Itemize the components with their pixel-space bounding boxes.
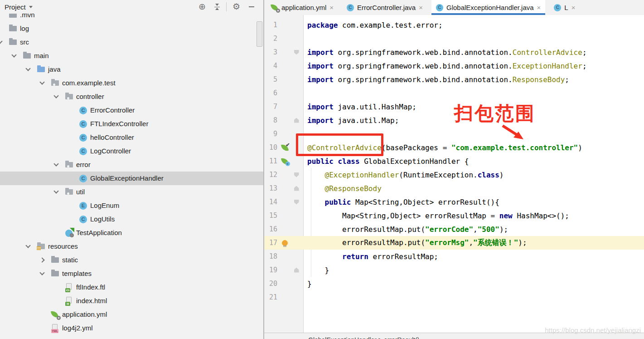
project-tree: .mvnlogsrcmainjavacom.example.testcontro… [0, 0, 263, 339]
folder-icon [51, 270, 59, 278]
close-icon[interactable]: × [537, 4, 541, 11]
tab-l[interactable]: CL× [549, 0, 580, 15]
chevron-down-icon[interactable] [0, 39, 3, 44]
code-line[interactable]: 4import org.springframework.web.bind.ann… [264, 59, 644, 73]
tree-item-logenum[interactable]: ELogEnum [0, 199, 263, 212]
code-line[interactable]: 13 @ResponseBody [264, 182, 644, 195]
hide-panel-icon[interactable] [249, 6, 254, 7]
tab-application-yml[interactable]: application.yml× [266, 0, 338, 15]
locate-file-icon[interactable]: ⊕ [199, 0, 206, 14]
code-line[interactable]: 5import org.springframework.web.bind.ann… [264, 73, 644, 86]
tree-item-com-example-test[interactable]: com.example.test [0, 76, 263, 90]
tree-item-log4j2-yml[interactable]: YMLlog4j2.yml [0, 321, 263, 335]
code-line[interactable]: 12 @ExceptionHandler(RuntimeException.cl… [264, 168, 644, 182]
breadcrumb[interactable]: GlobalExceptionHandler > errorResult() [308, 336, 420, 339]
tree-item-logcontroller[interactable]: CLogController [0, 144, 263, 158]
tree-item-util[interactable]: util [0, 185, 263, 199]
gutter-icon-slot [277, 182, 292, 195]
chevron-down-icon [29, 6, 33, 8]
tree-item-static[interactable]: static [0, 253, 263, 267]
chevron-down-icon[interactable] [25, 66, 30, 71]
tree-item-label: FTLIndexController [90, 117, 148, 131]
folder-icon [23, 52, 31, 60]
tree-item-main[interactable]: main [0, 49, 263, 63]
code-line[interactable]: 11cpublic class GlobalExceptionHandler { [264, 154, 644, 168]
fold-marker-icon[interactable] [294, 118, 299, 123]
tree-item-resources[interactable]: resources [0, 240, 263, 253]
tree-item-label: LogController [90, 144, 131, 158]
chevron-down-icon[interactable] [11, 52, 16, 57]
close-icon[interactable]: × [571, 4, 576, 11]
collapse-all-icon[interactable] [214, 4, 220, 10]
chevron-down-icon[interactable] [53, 161, 58, 166]
project-panel: .mvnlogsrcmainjavacom.example.testcontro… [0, 0, 263, 339]
tree-item-controller[interactable]: controller [0, 90, 263, 103]
chevron-down-icon[interactable] [53, 93, 58, 98]
code-editor[interactable]: 1package com.example.test.error;23import… [264, 15, 644, 339]
code-line[interactable]: 15 Map<String,Object> errorResultMap = n… [264, 209, 644, 222]
fold-slot [292, 168, 300, 182]
gutter-icon-slot [277, 113, 292, 127]
close-icon[interactable]: × [329, 4, 334, 11]
fold-marker-icon[interactable] [294, 186, 299, 191]
tab-bar: application.yml×CErrorController.java×CG… [264, 0, 644, 15]
spring-bean-icon[interactable]: ✔ [281, 144, 289, 151]
code-line[interactable]: 6 [264, 86, 644, 100]
fold-marker-icon[interactable] [294, 200, 299, 205]
tree-item-testapplication[interactable]: TestApplication [0, 226, 263, 240]
fold-marker-icon[interactable] [294, 268, 299, 273]
chevron-down-icon[interactable] [39, 270, 44, 275]
intention-bulb-icon[interactable] [282, 240, 288, 246]
fold-marker-icon[interactable] [294, 50, 299, 55]
tree-item-errorcontroller[interactable]: CErrorController [0, 103, 263, 117]
class-icon: C [554, 4, 562, 11]
code-line[interactable]: 20} [264, 277, 644, 290]
tree-item-label: log4j2.yml [62, 321, 93, 335]
fold-marker-icon[interactable] [294, 172, 299, 177]
code-line[interactable]: 17 errorResultMap.put("errorMsg","系统错误！"… [264, 236, 644, 250]
tree-item-hellocontroller[interactable]: ChelloController [0, 131, 263, 144]
code-text: errorResultMap.put("errorCode","500"); [300, 225, 644, 234]
code-text: } [300, 266, 644, 275]
tree-item-application-yml[interactable]: application.yml [0, 308, 263, 321]
tree-item-index-html[interactable]: Hindex.html [0, 294, 263, 308]
tab-errorcontroller-java[interactable]: CErrorController.java× [342, 0, 427, 15]
project-toolbar: Project ⊕ ⚙ [0, 0, 263, 14]
tree-item-templates[interactable]: templates [0, 267, 263, 280]
tree-item-log[interactable]: log [0, 22, 263, 35]
tree-item-ftlindexcontroller[interactable]: CFTLIndexController [0, 117, 263, 131]
line-number: 16 [264, 225, 277, 233]
tree-item-error[interactable]: error [0, 158, 263, 172]
tree-scrollbar-thumb[interactable] [257, 21, 262, 47]
tree-item-src[interactable]: src [0, 35, 263, 49]
tab-label: ErrorController.java [357, 4, 416, 11]
tree-item-globalexceptionhandler[interactable]: CGlobalExceptionHandler [0, 172, 263, 185]
chevron-down-icon[interactable] [53, 188, 58, 193]
spring-class-icon[interactable]: c [281, 157, 289, 165]
gutter-icon-slot [277, 236, 292, 250]
tree-item-java[interactable]: java [0, 63, 263, 76]
code-line[interactable]: 3import org.springframework.web.bind.ann… [264, 45, 644, 59]
tree-item-label: TestApplication [76, 226, 122, 240]
code-line[interactable]: 14 public Map<String,Object> errorResult… [264, 195, 644, 209]
gear-icon[interactable]: ⚙ [232, 0, 240, 14]
chevron-right-icon[interactable] [39, 257, 44, 262]
tab-globalexceptionhandler-java[interactable]: CGlobalExceptionHandler.java× [431, 0, 545, 15]
line-number: 9 [264, 130, 277, 138]
code-line[interactable]: 19 } [264, 263, 644, 277]
code-line[interactable]: 18 return errorResultMap; [264, 250, 644, 263]
folder-icon [9, 25, 17, 33]
gutter-icon-slot [277, 127, 292, 141]
code-line[interactable]: 2 [264, 32, 644, 45]
fold-slot [292, 45, 300, 59]
chevron-down-icon[interactable] [39, 79, 44, 84]
code-line[interactable]: 1package com.example.test.error; [264, 18, 644, 32]
code-line[interactable]: 16 errorResultMap.put("errorCode","500")… [264, 222, 644, 236]
code-line[interactable]: 21 [264, 290, 644, 304]
tree-item-logutils[interactable]: CLogUtils [0, 212, 263, 226]
close-icon[interactable]: × [419, 4, 423, 11]
chevron-down-icon[interactable] [25, 243, 30, 248]
project-view-selector[interactable]: Project [5, 3, 26, 11]
folder-icon [9, 38, 17, 46]
tree-item-ftlindex-ftl[interactable]: <>ftlIndex.ftl [0, 280, 263, 294]
